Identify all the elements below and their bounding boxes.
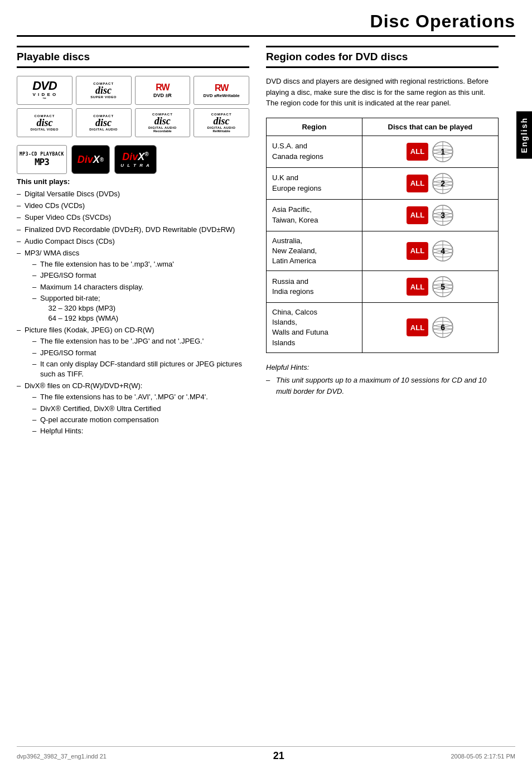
region-number: 4 [441, 247, 445, 255]
region-name-cell: Australia,New Zealand,Latin America [267, 231, 362, 271]
dvd-video-logo: DVD V I D E O ™ [17, 76, 72, 105]
disc-icons: ALL6 [368, 316, 492, 339]
table-header-region: Region [267, 118, 362, 136]
region-name-cell: U.S.A. andCanada regions [267, 136, 362, 167]
region-table: Region Discs that can be played U.S.A. a… [266, 118, 499, 353]
table-row: U.K andEurope regionsALL2 [267, 167, 499, 199]
region-name: Australia,New Zealand,Latin America [272, 236, 356, 267]
region-name: Russia andIndia regions [272, 277, 356, 297]
main-layout: Playable discs DVD V I D E O ™ COMPACT d… [17, 46, 515, 438]
hint-list: This unit supports up to a maximum of 10… [266, 375, 499, 397]
plays-item-7: Picture files (Kodak, JPEG) on CD-R(W) T… [17, 325, 249, 379]
disc-icons: ALL5 [368, 276, 492, 298]
plays-sub-8-4: Helpful Hints: [25, 426, 249, 436]
all-badge: ALL [407, 175, 428, 192]
region-name-cell: Russia andIndia regions [267, 271, 362, 303]
region-number: 2 [441, 179, 445, 188]
helpful-hints-title: Helpful Hints: [266, 363, 309, 371]
globe-number: 1 [432, 141, 454, 163]
region-codes-header: Region codes for DVD discs [266, 46, 499, 68]
disc-icons: ALL4 [368, 240, 492, 262]
plays-item-2: Video CDs (VCDs) [17, 201, 249, 211]
region-number: 1 [441, 147, 445, 156]
region-name: U.S.A. andCanada regions [272, 141, 356, 161]
dvd-rewritable-logo: RW DVD ±ReWritable [194, 76, 249, 105]
globe-number: 5 [432, 276, 454, 298]
plays-sub-8-2: DivX® Certified, DivX® Ultra Certified [25, 404, 249, 414]
plays-item-3: Super Video CDs (SVCDs) [17, 212, 249, 223]
region-discs-cell: ALL4 [362, 231, 498, 271]
plays-sub-6-4: Supported bit-rate; 32 – 320 kbps (MP3) … [25, 293, 249, 324]
page-footer: dvp3962_3982_37_eng1.indd 21 21 2008-05-… [17, 746, 515, 762]
plays-sub-7-1: The file extension has to be '.JPG' and … [25, 336, 249, 346]
table-row: Russia andIndia regionsALL5 [267, 271, 499, 303]
region-name: Asia Pacific,Taiwan, Korea [272, 205, 356, 225]
plays-item-6: MP3/ WMA discs The file extension has to… [17, 248, 249, 323]
all-badge: ALL [407, 242, 428, 260]
region-name: U.K andEurope regions [272, 173, 356, 193]
helpful-hints: Helpful Hints: This unit supports up to … [266, 362, 499, 397]
cd-digital-audio-logo: COMPACT disc DIGITAL AUDIO [76, 108, 132, 137]
globe-number: 6 [432, 316, 454, 339]
disc-logos-grid: DVD V I D E O ™ COMPACT disc SUPER VIDEO [17, 76, 249, 137]
plays-item-1: Digital Versatile Discs (DVDs) [17, 189, 249, 199]
plays-sub-6-1: The file extension has to be '.mp3', '.w… [25, 259, 249, 269]
left-column: Playable discs DVD V I D E O ™ COMPACT d… [17, 46, 249, 438]
table-header-discs: Discs that can be played [362, 118, 498, 136]
region-name-cell: Asia Pacific,Taiwan, Korea [267, 199, 362, 231]
mp3-cd-logo: MP3-CD PLAYBACK MP3 [17, 145, 67, 174]
plays-item-5: Audio Compact Discs (CDs) [17, 236, 249, 247]
table-row: U.S.A. andCanada regionsALL1 [267, 136, 499, 167]
globe-number: 3 [432, 204, 454, 226]
page-title: Disc Operations [17, 11, 515, 37]
right-column: Region codes for DVD discs DVD discs and… [266, 46, 499, 438]
plays-sub-6-2: JPEG/ISO format [25, 270, 249, 281]
region-number: 5 [441, 282, 445, 291]
hint-item-1: This unit supports up to a maximum of 10… [266, 375, 499, 397]
all-badge: ALL [407, 143, 428, 161]
playable-discs-header: Playable discs [17, 46, 249, 68]
plays-sub-list-8: The file extensions has to be '.AVI', '.… [25, 392, 249, 436]
unit-plays-title: This unit plays: [17, 177, 249, 186]
region-discs-cell: ALL1 [362, 136, 498, 167]
plays-sub-7-2: JPEG/ISO format [25, 348, 249, 358]
english-tab: English [516, 112, 532, 159]
all-badge: ALL [407, 278, 428, 296]
cd-super-video-logo: COMPACT disc SUPER VIDEO [76, 76, 132, 105]
plays-sub-7-3: It can only display DCF-standard still p… [25, 359, 249, 379]
disc-icons: ALL1 [368, 141, 492, 163]
region-name-cell: U.K andEurope regions [267, 167, 362, 199]
region-name: China, CalcosIslands,Walls and FutunaIsl… [272, 307, 356, 348]
plays-sub-8-1: The file extensions has to be '.AVI', '.… [25, 392, 249, 402]
page-container: Disc Operations English Playable discs D… [0, 0, 532, 773]
divx-logo: DivX® [71, 145, 110, 174]
footer-date-info: 2008-05-05 2:17:51 PM [451, 753, 515, 760]
region-number: 6 [441, 323, 445, 332]
table-row: China, CalcosIslands,Walls and FutunaIsl… [267, 303, 499, 353]
dvd-rw-logo: RW DVD ±R [135, 76, 191, 105]
plays-item-8: DivX® files on CD-R(W)/DVD+R(W): The fil… [17, 381, 249, 436]
region-intro: DVD discs and players are designed with … [266, 76, 499, 109]
plays-sub-list-7: The file extension has to be '.JPG' and … [25, 336, 249, 379]
globe-number: 2 [432, 172, 454, 195]
plays-list: Digital Versatile Discs (DVDs) Video CDs… [17, 189, 249, 436]
divx-ultra-logo: DivX® U L T R A [114, 145, 157, 174]
cd-digital-audio-recordable-logo: COMPACT disc DIGITAL AUDIO Recordable [135, 108, 191, 137]
cd-digital-video-logo: COMPACT disc DIGITAL VIDEO [17, 108, 72, 137]
plays-sub-8-3: Q-pel accurate motion compensation [25, 415, 249, 425]
all-badge: ALL [407, 206, 428, 224]
region-discs-cell: ALL3 [362, 199, 498, 231]
region-discs-cell: ALL5 [362, 271, 498, 303]
table-row: Asia Pacific,Taiwan, KoreaALL3 [267, 199, 499, 231]
globe-number: 4 [432, 240, 454, 262]
page-number: 21 [273, 750, 284, 762]
region-discs-cell: ALL2 [362, 167, 498, 199]
disc-icons: ALL3 [368, 204, 492, 226]
table-row: Australia,New Zealand,Latin AmericaALL4 [267, 231, 499, 271]
region-name-cell: China, CalcosIslands,Walls and FutunaIsl… [267, 303, 362, 353]
disc-icons: ALL2 [368, 172, 492, 195]
footer-file-info: dvp3962_3982_37_eng1.indd 21 [17, 753, 107, 760]
cd-digital-audio-rewritable-logo: COMPACT disc DIGITAL AUDIO ReWritable [194, 108, 249, 137]
plays-item-4: Finalized DVD Recordable (DVD±R), DVD Re… [17, 225, 249, 235]
plays-sub-list-6: The file extension has to be '.mp3', '.w… [25, 259, 249, 323]
